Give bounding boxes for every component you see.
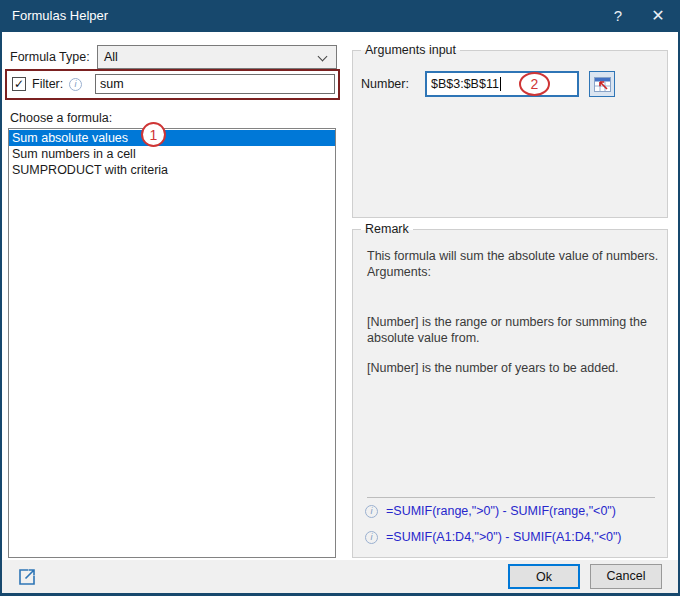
formula-type-value: All (104, 50, 118, 64)
filter-label: Filter: (32, 71, 63, 98)
ok-button[interactable]: Ok (508, 564, 580, 589)
arguments-input-caption: Arguments input (361, 43, 460, 58)
filter-input[interactable] (95, 74, 335, 94)
remark-line-1: This formula will sum the absolute value… (367, 248, 663, 264)
external-link-icon (16, 566, 38, 588)
popout-button[interactable] (14, 564, 40, 589)
example-formula-2: =SUMIF(A1:D4,">0") - SUMIF(A1:D4,"<0") (386, 530, 622, 544)
remark-caption: Remark (361, 222, 413, 237)
number-range-value: $B$3:$B$11 (431, 77, 499, 91)
example-formula-row: i =SUMIF(range,">0") - SUMIF(range,"<0") (365, 504, 616, 518)
step-2-annotation: 2 (519, 72, 550, 96)
text-caret (500, 77, 501, 91)
list-item-sum-absolute-values[interactable]: Sum absolute values (9, 130, 335, 146)
arguments-input-groupbox: Arguments input Number: $B$3:$B$11 2 (352, 50, 668, 218)
filter-checkbox[interactable]: ✓ (12, 77, 26, 91)
title-bar: Formulas Helper ? ✕ (0, 0, 680, 32)
list-item-sumproduct-with-criteria[interactable]: SUMPRODUCT with criteria (9, 162, 335, 178)
range-picker-icon (594, 77, 611, 92)
step-1-annotation: 1 (141, 122, 166, 147)
number-range-input[interactable]: $B$3:$B$11 (425, 71, 579, 97)
remark-paragraph-number-years: [Number] is the number of years to be ad… (367, 360, 663, 376)
choose-formula-label: Choose a formula: (10, 110, 112, 126)
cancel-button[interactable]: Cancel (590, 564, 662, 589)
check-icon: ✓ (14, 77, 24, 91)
close-button[interactable]: ✕ (638, 0, 678, 32)
formulas-helper-dialog: Formulas Helper ? ✕ Formula Type: All ✓ … (0, 0, 680, 596)
dialog-body: Formula Type: All ✓ Filter: i Choose a f… (2, 32, 678, 593)
example-formula-row: i =SUMIF(A1:D4,">0") - SUMIF(A1:D4,"<0") (365, 530, 622, 544)
formula-listbox[interactable]: Sum absolute values Sum numbers in a cel… (8, 128, 336, 558)
window-title: Formulas Helper (12, 0, 108, 32)
footer-bar: Ok Cancel (2, 560, 678, 593)
filter-highlight-annotation: ✓ Filter: i (5, 69, 340, 100)
info-icon: i (365, 505, 378, 518)
chevron-down-icon (318, 52, 328, 62)
list-item-sum-numbers-in-cell[interactable]: Sum numbers in a cell (9, 146, 335, 162)
remark-divider (367, 497, 655, 498)
info-icon: i (69, 78, 82, 91)
range-picker-button[interactable] (589, 71, 615, 97)
example-formula-1: =SUMIF(range,">0") - SUMIF(range,"<0") (386, 504, 616, 518)
info-icon: i (365, 531, 378, 544)
remark-line-2: Arguments: (367, 264, 663, 280)
number-label: Number: (361, 72, 409, 96)
formula-type-select[interactable]: All (97, 45, 337, 69)
remark-groupbox: Remark This formula will sum the absolut… (352, 229, 668, 558)
remark-paragraph-number-range: [Number] is the range or numbers for sum… (367, 314, 663, 346)
help-button[interactable]: ? (598, 0, 638, 32)
formula-type-label: Formula Type: (10, 45, 90, 69)
